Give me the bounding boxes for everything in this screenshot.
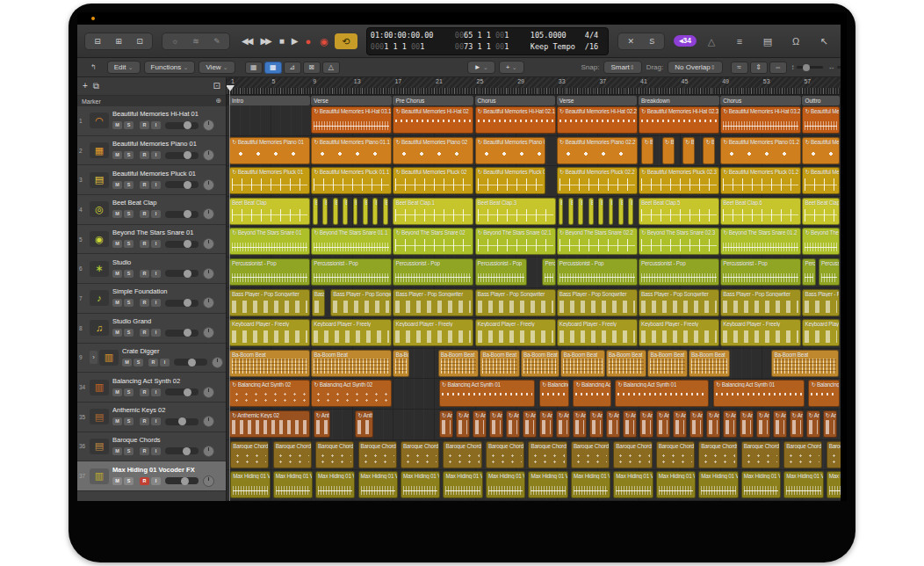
region[interactable]: Ba-Boom Beat (521, 350, 559, 377)
region[interactable]: ↻ Beautiful Memories Piano 02.3 (703, 137, 715, 164)
lcd-cell[interactable]: 105.0000 (531, 31, 585, 40)
volume-knob[interactable] (184, 210, 191, 218)
r-button[interactable]: R (140, 388, 149, 396)
region[interactable]: Max Hiding 01 Vocoder FX (783, 471, 823, 498)
region[interactable]: B (559, 198, 564, 225)
i-button[interactable]: I (151, 329, 161, 337)
region[interactable]: Baroque Chords (783, 441, 822, 468)
i-button[interactable]: I (151, 240, 161, 248)
region[interactable]: Baroque Chords (401, 441, 439, 468)
volume-slider[interactable] (165, 181, 199, 188)
snap-dropdown[interactable]: Smart⇕ (603, 61, 641, 74)
region[interactable]: ↻ Beautiful Memories Pluck 01.1 (311, 167, 392, 194)
waveform-zoom-button[interactable]: ≈ (731, 62, 748, 74)
region[interactable]: Keyboard Player - Freely (475, 319, 556, 346)
region[interactable]: ↻ Beautiful Memories Piano 01 (229, 137, 310, 164)
region[interactable]: Baroque Chords (315, 441, 354, 468)
region[interactable]: Percussionist - Pop (229, 258, 310, 286)
marker-section[interactable]: Chorus (475, 96, 556, 105)
region[interactable]: Percussionist - Pop (639, 258, 719, 286)
region[interactable]: Percussionist - Pop (475, 258, 527, 286)
pan-knob[interactable] (203, 120, 214, 131)
m-button[interactable]: M (112, 329, 122, 337)
region[interactable]: Baroque Chords (656, 441, 695, 468)
region[interactable]: ↻ Anthemic Keys 02 (229, 410, 310, 438)
region[interactable]: ↻ Beautiful Memories Hi-Hat 03.1 (311, 106, 392, 134)
region[interactable]: Beet Beat Clap.1 (393, 198, 473, 225)
s-button[interactable]: S (124, 447, 134, 455)
region[interactable]: ↻ Anthemic Keys 02 (439, 410, 453, 438)
volume-knob[interactable] (183, 447, 191, 455)
lcd-cell[interactable]: 0073 1 1 001 (455, 42, 531, 51)
region[interactable]: Baroque Chords (358, 441, 397, 468)
region[interactable]: B (588, 198, 594, 225)
region[interactable]: ↻ Anthemic Keys 02 (689, 410, 704, 438)
marker-section[interactable]: Outtro (802, 96, 840, 105)
region[interactable]: ↻ Anthemic Keys 02 (355, 410, 373, 438)
lcd-cell[interactable]: 0065 1 1 001 (455, 31, 531, 40)
region[interactable]: Baroque Chords (827, 441, 841, 468)
s-button[interactable]: S (134, 359, 143, 366)
region[interactable]: Bass Player - Pop Songwriter (557, 289, 638, 316)
volume-knob[interactable] (184, 121, 191, 129)
region[interactable]: ↻ Balancing Act Synth 01 (808, 380, 840, 407)
volume-slider[interactable] (165, 388, 199, 395)
region[interactable]: Percussionist - Pop (819, 258, 840, 286)
marquee-tool-button[interactable]: ⊠ (303, 62, 321, 74)
region[interactable]: ↻ Anthemic Keys 02 (473, 410, 487, 438)
capture-record-button[interactable]: ◉ (317, 33, 331, 49)
marker-section[interactable]: Pre Chorus (393, 96, 473, 105)
region[interactable]: ↻ Beyond The Stars Snare 01.1 (311, 228, 392, 255)
region[interactable]: Keyboard Player - Freely (639, 319, 719, 346)
region[interactable]: ↻ Beautiful Memories Piano 02.3 (682, 137, 695, 164)
volume-slider[interactable] (165, 152, 199, 159)
sound-library-badge[interactable]: ◂34 (674, 35, 697, 47)
volume-knob[interactable] (184, 388, 191, 396)
region[interactable]: Beet Beat Clap.5 (639, 198, 719, 225)
region[interactable]: ↻ Beautiful Memories Pluck 02.3 (639, 167, 719, 194)
stop-button[interactable]: ■ (277, 33, 285, 49)
track-header[interactable]: 36▤Baroque ChordsMSRI (77, 432, 226, 462)
region[interactable]: Keyboard Player - Freely (720, 319, 801, 346)
duplicate-track-button[interactable]: ⧉ (93, 81, 99, 91)
m-button[interactable]: M (112, 210, 122, 218)
region[interactable]: Ba-Boom Beat (393, 350, 409, 377)
region[interactable]: B (628, 198, 633, 225)
region[interactable]: Percussionist - Pop (393, 258, 473, 286)
r-button[interactable]: R (140, 477, 149, 485)
region[interactable]: ↻ Beautiful Memories Piano 02.2 (557, 137, 638, 164)
m-button[interactable]: M (112, 388, 122, 396)
flex-button[interactable]: △ (322, 62, 340, 74)
region[interactable]: Baroque Chords (443, 441, 481, 468)
region[interactable]: ↻ Beyond The Stars Snare 01.3 (802, 228, 840, 255)
region[interactable]: Percussionist - Pop (802, 258, 815, 286)
region[interactable]: Beet Beat Clap (229, 198, 310, 225)
volume-slider[interactable] (165, 330, 199, 337)
region[interactable]: Bass Player - Pop Songwriter (229, 289, 310, 316)
autopunch-button[interactable]: ✕ (621, 35, 640, 47)
region[interactable]: ↻ Beyond The Stars Snare 02.1 (475, 228, 556, 255)
i-button[interactable]: I (160, 359, 170, 366)
region[interactable]: Bass Player - Pop Songwriter (330, 289, 392, 316)
volume-slider[interactable] (165, 241, 199, 248)
lcd-cell[interactable]: 0001 1 1 001 (371, 42, 455, 51)
r-button[interactable]: R (140, 210, 149, 218)
crossfade-tool-button[interactable]: ⊿ (284, 62, 301, 74)
lcd-cell[interactable]: 4/4 (585, 31, 609, 40)
vertical-auto-zoom-button[interactable]: ⇕ (750, 62, 768, 74)
show-inspector-icon[interactable]: ⊞ (109, 35, 128, 47)
m-button[interactable]: M (112, 299, 122, 307)
region[interactable]: ↻ Beautiful Memories Hi-Hat 02 (393, 106, 473, 134)
cycle-button[interactable]: ⟲ (335, 33, 357, 49)
region[interactable]: B (343, 198, 348, 225)
play-button[interactable]: ▶ (289, 33, 300, 49)
region-view-button[interactable]: ▦ (264, 62, 282, 74)
marker-section[interactable]: Verse (557, 96, 638, 105)
loop-browser-icon[interactable]: Ω (786, 35, 805, 47)
track-header[interactable]: 37▥Max Hiding 01 Vocoder FXMSRI (77, 461, 226, 491)
region[interactable]: Ba-Boom Beat (771, 350, 839, 377)
rewind-button[interactable]: ◀◀ (239, 33, 254, 49)
marker-section[interactable]: Breakdown (639, 96, 719, 105)
m-button[interactable]: M (122, 359, 132, 366)
marker-section[interactable]: Verse (311, 96, 392, 105)
